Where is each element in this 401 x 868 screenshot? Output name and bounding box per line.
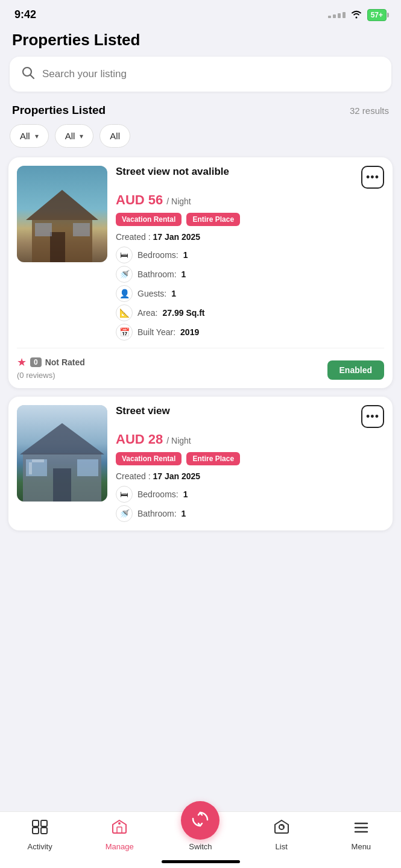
filter-label-2: All — [65, 131, 75, 141]
svg-rect-9 — [53, 468, 71, 502]
card-top-1: Street view not avalible ••• AUD 56 / Ni… — [17, 166, 384, 341]
svg-rect-18 — [117, 827, 122, 833]
nav-menu[interactable]: Menu — [343, 819, 379, 851]
svg-marker-8 — [20, 423, 104, 454]
area-icon-1: 📐 — [116, 304, 133, 321]
amenity-builtyear-1: 📅 Built Year: 2019 — [116, 324, 384, 341]
price-amount-2: AUD 28 — [116, 432, 163, 447]
bathroom-value-1: 1 — [182, 269, 186, 279]
menu-icon — [352, 819, 370, 840]
rating-row-1: ★ 0 Not Rated — [17, 356, 85, 369]
svg-rect-15 — [33, 828, 39, 834]
section-header: Properties Listed 32 results — [0, 101, 401, 124]
filter-label-3: All — [110, 131, 120, 141]
manage-label: Manage — [106, 842, 134, 851]
created-date-1: Created : 17 Jan 2025 — [116, 232, 384, 242]
status-bar: 9:42 57+ — [0, 0, 401, 26]
tags-row-1: Vacation Rental Entire Place — [116, 213, 384, 226]
card-top-2: Street view ••• AUD 28 / Night Vacation … — [17, 405, 384, 522]
svg-rect-5 — [35, 223, 52, 236]
property-card-1: Street view not avalible ••• AUD 56 / Ni… — [8, 157, 393, 388]
switch-icon — [191, 809, 210, 832]
bath-icon-2: 🚿 — [116, 505, 133, 522]
created-date-value-2: 17 Jan 2025 — [153, 471, 200, 481]
star-icon-1: ★ — [17, 356, 27, 369]
amenity-bedrooms-2: 🛏 Bedrooms: 1 — [116, 486, 384, 503]
nav-activity[interactable]: Activity — [22, 819, 58, 851]
switch-button[interactable] — [181, 801, 219, 840]
filter-row: All ▾ All ▾ All — [0, 124, 401, 157]
bedrooms-value-2: 1 — [183, 489, 188, 499]
calendar-icon-1: 📅 — [116, 324, 133, 341]
section-title: Properties Listed — [12, 104, 106, 117]
search-bar[interactable] — [10, 57, 391, 92]
filter-dropdown-1[interactable]: All ▾ — [10, 124, 49, 148]
amenity-bathroom-1: 🚿 Bathroom: 1 — [116, 266, 384, 283]
more-options-button-2[interactable]: ••• — [361, 405, 384, 428]
guests-icon-1: 👤 — [116, 285, 133, 302]
not-rated-label-1: Not Rated — [45, 357, 85, 367]
svg-rect-6 — [73, 223, 90, 236]
filter-dropdown-3[interactable]: All — [99, 124, 130, 148]
signal-dots-icon — [328, 12, 346, 18]
bed-icon-2: 🛏 — [116, 486, 133, 503]
property-card-2: Street view ••• AUD 28 / Night Vacation … — [8, 397, 393, 530]
search-input[interactable] — [42, 68, 380, 80]
tag-vacation-rental-1: Vacation Rental — [116, 213, 182, 226]
svg-rect-16 — [41, 820, 47, 826]
svg-rect-13 — [32, 459, 44, 462]
more-options-button-1[interactable]: ••• — [361, 166, 384, 189]
nav-switch[interactable]: Switch — [181, 818, 219, 851]
wifi-icon — [350, 9, 362, 21]
list-icon — [273, 819, 291, 840]
created-date-value-1: 17 Jan 2025 — [153, 232, 200, 242]
switch-label: Switch — [189, 842, 212, 851]
bedrooms-value-1: 1 — [183, 250, 188, 260]
status-time: 9:42 — [14, 8, 36, 21]
svg-rect-4 — [50, 232, 65, 262]
activity-label: Activity — [28, 842, 52, 851]
tag-entire-place-1: Entire Place — [186, 213, 240, 226]
card-title-1: Street view not avalible — [116, 166, 356, 178]
chevron-down-icon-1: ▾ — [35, 132, 39, 140]
nav-list[interactable]: List — [264, 819, 300, 851]
svg-rect-11 — [77, 459, 98, 476]
amenity-guests-1: 👤 Guests: 1 — [116, 285, 384, 302]
filter-label-1: All — [20, 131, 30, 141]
property-image-2 — [17, 405, 107, 502]
search-icon — [21, 65, 35, 83]
list-label: List — [276, 842, 288, 851]
svg-rect-12 — [29, 462, 32, 474]
bath-icon-1: 🚿 — [116, 266, 133, 283]
battery-icon: 57+ — [367, 9, 387, 21]
svg-point-19 — [118, 822, 121, 825]
filter-dropdown-2[interactable]: All ▾ — [55, 124, 94, 148]
property-image-1 — [17, 166, 107, 262]
property-list: Street view not avalible ••• AUD 56 / Ni… — [0, 157, 401, 603]
price-unit-1: / Night — [166, 197, 191, 206]
amenities-list-2: 🛏 Bedrooms: 1 🚿 Bathroom: 1 — [116, 486, 384, 522]
more-dots-icon-2: ••• — [366, 410, 379, 423]
tags-row-2: Vacation Rental Entire Place — [116, 452, 384, 465]
amenities-list-1: 🛏 Bedrooms: 1 🚿 Bathroom: 1 👤 Guests: 1 — [116, 247, 384, 341]
svg-rect-17 — [41, 828, 47, 834]
nav-manage[interactable]: Manage — [101, 819, 137, 851]
enabled-button-1[interactable]: Enabled — [327, 360, 384, 380]
tag-vacation-rental-2: Vacation Rental — [116, 452, 182, 465]
svg-marker-3 — [26, 190, 98, 220]
manage-icon — [110, 819, 128, 840]
card-info-1: Street view not avalible ••• AUD 56 / Ni… — [116, 166, 384, 341]
amenity-area-1: 📐 Area: 27.99 Sq.ft — [116, 304, 384, 321]
more-dots-icon-1: ••• — [366, 171, 379, 184]
reviews-text-1: (0 reviews) — [17, 371, 85, 380]
bathroom-value-2: 1 — [182, 509, 186, 518]
amenity-bathroom-2: 🚿 Bathroom: 1 — [116, 505, 384, 522]
card-header-2: Street view ••• — [116, 405, 384, 428]
results-count: 32 results — [350, 105, 389, 116]
created-date-2: Created : 17 Jan 2025 — [116, 471, 384, 481]
svg-line-1 — [31, 75, 34, 79]
page-title: Properties Listed — [0, 26, 401, 57]
price-row-1: AUD 56 / Night — [116, 192, 384, 208]
svg-line-23 — [282, 825, 283, 826]
home-indicator — [162, 860, 240, 863]
